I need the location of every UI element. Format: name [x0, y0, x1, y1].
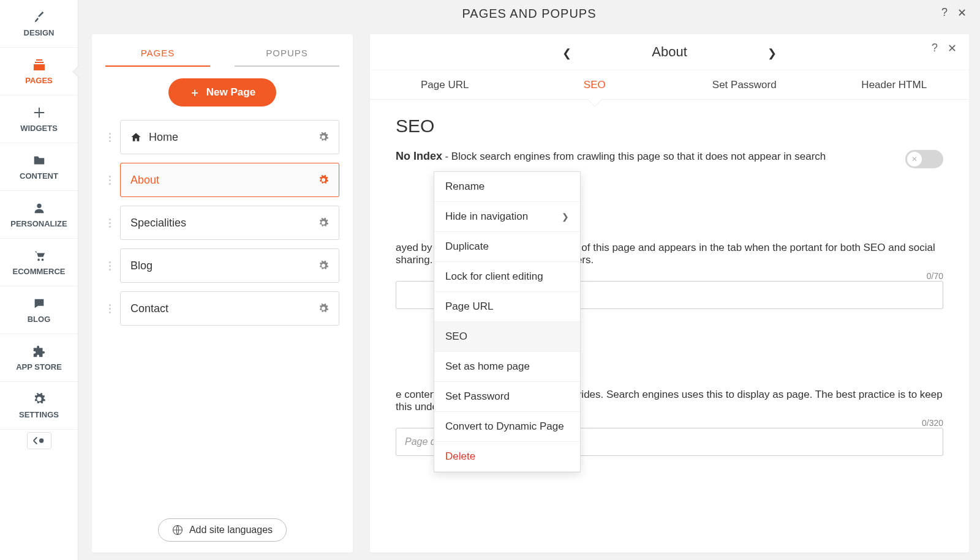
rail-item-ecommerce[interactable]: ECOMMERCE — [0, 239, 78, 286]
rail-item-settings[interactable]: SETTINGS — [0, 382, 78, 430]
ctx-item-label: SEO — [445, 330, 467, 343]
ctx-item-hide-in-navigation[interactable]: Hide in navigation❯ — [434, 202, 580, 232]
detail-tab-page-url[interactable]: Page URL — [370, 79, 520, 91]
gear-icon[interactable] — [318, 303, 329, 314]
page-item-specialities[interactable]: Specialities — [120, 206, 339, 240]
noindex-label: No Index — [396, 150, 442, 162]
add-languages-button[interactable]: Add site languages — [158, 518, 287, 542]
rail-item-appstore[interactable]: APP STORE — [0, 334, 78, 382]
page-row: Home — [105, 120, 339, 154]
chevron-right-icon: ❯ — [562, 212, 569, 222]
noindex-field: No Index - Block search engines from cra… — [396, 150, 943, 168]
ctx-item-label: Set as home page — [445, 360, 530, 373]
tab-popups[interactable]: POPUPS — [235, 43, 339, 67]
drag-handle[interactable] — [105, 176, 114, 185]
add-languages-label: Add site languages — [189, 525, 273, 536]
pages-icon — [32, 58, 47, 72]
rail-item-personalize[interactable]: PERSONALIZE — [0, 191, 78, 239]
gear-icon — [32, 392, 47, 406]
drag-handle[interactable] — [105, 304, 114, 313]
page-item-about[interactable]: About — [120, 163, 339, 197]
rail-label: ECOMMERCE — [13, 267, 66, 276]
rail-item-blog[interactable]: BLOG — [0, 286, 78, 334]
detail-page-name: About — [652, 44, 687, 60]
drag-handle[interactable] — [105, 218, 114, 228]
toggle-knob: ✕ — [907, 152, 922, 166]
cart-icon — [32, 248, 47, 263]
page-row: Blog — [105, 248, 339, 283]
seo-heading: SEO — [396, 116, 943, 136]
rail-item-pages[interactable]: PAGES — [0, 48, 78, 95]
new-page-label: New Page — [206, 86, 255, 99]
close-icon[interactable]: ✕ — [957, 6, 967, 20]
rail-label: BLOG — [28, 315, 51, 324]
ctx-item-label: Delete — [445, 450, 475, 463]
ctx-item-seo[interactable]: SEO — [434, 322, 580, 352]
drag-handle[interactable] — [105, 261, 114, 271]
prev-page-arrow[interactable]: ❮ — [560, 44, 574, 62]
person-icon — [32, 201, 47, 215]
ctx-item-label: Hide in navigation — [445, 211, 528, 223]
ctx-item-delete[interactable]: Delete — [434, 442, 580, 472]
noindex-toggle[interactable]: ✕ — [905, 150, 943, 168]
rail-item-design[interactable]: DESIGN — [0, 0, 78, 48]
tab-pages[interactable]: PAGES — [105, 43, 210, 67]
drag-handle[interactable] — [105, 133, 114, 142]
noindex-desc: Block search engines from crawling this … — [451, 151, 826, 162]
ctx-item-rename[interactable]: Rename — [434, 172, 580, 202]
rail-label: DESIGN — [24, 28, 55, 37]
page-row: Contact — [105, 291, 339, 326]
gear-icon[interactable] — [318, 260, 329, 271]
ctx-item-label: Duplicate — [445, 241, 489, 253]
help-icon[interactable]: ? — [941, 6, 948, 20]
rail-label: PAGES — [25, 76, 53, 85]
home-icon — [130, 132, 141, 143]
next-page-arrow[interactable]: ❯ — [765, 44, 779, 62]
ctx-item-label: Lock for client editing — [445, 271, 543, 283]
left-rail: DESIGN PAGES WIDGETS CONTENT PERSONALIZE… — [0, 0, 78, 560]
detail-tab-set-password[interactable]: Set Password — [669, 79, 820, 91]
ctx-item-lock-for-client-editing[interactable]: Lock for client editing — [434, 262, 580, 292]
page-context-menu: RenameHide in navigation❯DuplicateLock f… — [434, 171, 581, 472]
ctx-item-label: Convert to Dynamic Page — [445, 420, 564, 433]
page-row: About — [105, 163, 339, 197]
page-name: Specialities — [130, 217, 186, 230]
detail-tab-seo[interactable]: SEO — [520, 79, 670, 91]
ctx-item-set-password[interactable]: Set Password — [434, 382, 580, 412]
rail-label: SETTINGS — [19, 410, 59, 419]
dev-mode-toggle[interactable] — [27, 432, 51, 449]
page-name: Home — [149, 131, 178, 144]
pages-panel: PAGES POPUPS ＋ New Page HomeAboutSpecial… — [92, 34, 353, 553]
rail-label: APP STORE — [16, 362, 62, 371]
page-item-home[interactable]: Home — [120, 120, 339, 154]
main-header: PAGES AND POPUPS ? ✕ — [78, 0, 980, 27]
page-row: Specialities — [105, 206, 339, 240]
rail-item-widgets[interactable]: WIDGETS — [0, 95, 78, 143]
ctx-item-convert-to-dynamic-page[interactable]: Convert to Dynamic Page — [434, 412, 580, 442]
rail-item-content[interactable]: CONTENT — [0, 143, 78, 191]
gear-icon[interactable] — [318, 132, 329, 143]
ctx-item-duplicate[interactable]: Duplicate — [434, 232, 580, 262]
rail-label: CONTENT — [20, 171, 58, 181]
page-name: Contact — [130, 302, 168, 315]
page-item-blog[interactable]: Blog — [120, 248, 339, 283]
ctx-item-label: Rename — [445, 181, 484, 193]
new-page-button[interactable]: ＋ New Page — [168, 78, 276, 106]
ctx-item-page-url[interactable]: Page URL — [434, 292, 580, 322]
rail-label: WIDGETS — [20, 124, 58, 133]
brush-icon — [32, 10, 47, 24]
page-item-contact[interactable]: Contact — [120, 291, 339, 326]
ctx-item-set-as-home-page[interactable]: Set as home page — [434, 352, 580, 382]
page-list: HomeAboutSpecialitiesBlogContact — [105, 120, 339, 326]
ctx-item-label: Page URL — [445, 301, 493, 313]
svg-point-0 — [39, 438, 43, 442]
gear-icon[interactable] — [318, 174, 329, 185]
globe-icon — [172, 525, 183, 536]
rail-label: PERSONALIZE — [10, 219, 67, 228]
folder-icon — [32, 153, 47, 168]
chat-icon — [32, 296, 47, 311]
gear-icon[interactable] — [318, 217, 329, 228]
detail-tab-header-html[interactable]: Header HTML — [820, 79, 970, 91]
plus-icon: ＋ — [189, 85, 200, 100]
plus-icon — [32, 105, 47, 120]
